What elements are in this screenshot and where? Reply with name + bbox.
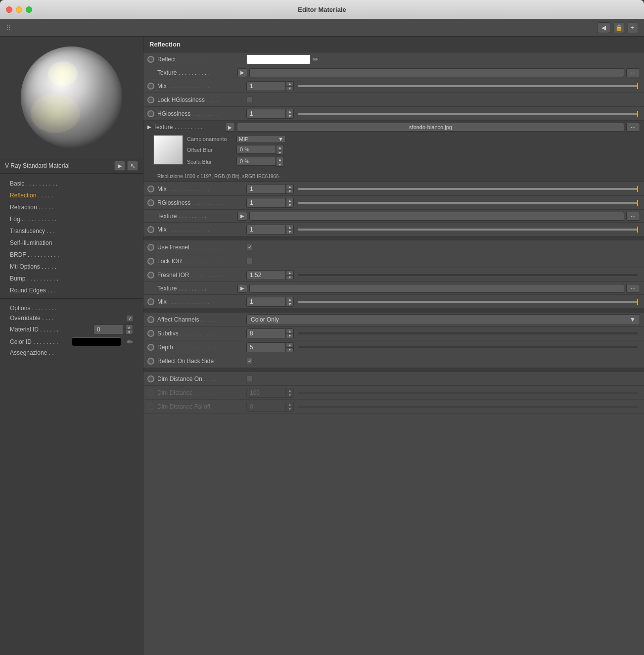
fresnel-texture-arrow[interactable]: ▶ — [237, 284, 247, 293]
rglossiness-texture-arrow[interactable]: ▶ — [237, 212, 247, 221]
sidebar-item-mtl-options[interactable]: Mtl Options . . . . . — [0, 261, 143, 273]
mix3-up[interactable]: ▲ — [286, 225, 294, 230]
material-cursor-btn[interactable]: ↖ — [127, 161, 138, 171]
reflect-on-back-side-checkbox[interactable] — [246, 358, 253, 364]
scala-blur-value[interactable]: 0 % — [236, 157, 276, 166]
hglossiness-texture-arrow-btn[interactable]: ▶ — [225, 123, 235, 132]
minimize-button[interactable] — [16, 6, 22, 13]
depth-down[interactable]: ▼ — [286, 347, 294, 352]
scala-blur-down[interactable]: ▼ — [276, 162, 284, 167]
material-name-bar: V-Ray Standard Material ▶ ↖ — [0, 158, 143, 174]
sidebar-item-brdf[interactable]: BRDF . . . . . . . . . . — [0, 249, 143, 261]
mix4-value[interactable]: 1 — [246, 297, 286, 307]
lock-ior-checkbox[interactable] — [246, 258, 253, 264]
material-nav-arrow[interactable]: ▶ — [114, 161, 125, 171]
depth-value[interactable]: 5 — [246, 342, 286, 352]
dim-distance-falloff-radio[interactable] — [147, 403, 154, 410]
sidebar-item-translucency[interactable]: Translucency . . . — [0, 225, 143, 237]
lock-hglossiness-radio[interactable] — [147, 96, 154, 103]
hglossiness-radio[interactable] — [147, 110, 154, 117]
reflect-texture-arrow[interactable]: ▶ — [237, 68, 247, 77]
sidebar-item-fog[interactable]: Fog . . . . . . . . . . . — [0, 213, 143, 225]
depth-up[interactable]: ▲ — [286, 342, 294, 347]
back-button[interactable]: ◀ — [597, 22, 610, 33]
fresnel-ior-value[interactable]: 1.52 — [246, 270, 286, 280]
rglossiness-radio[interactable] — [147, 199, 154, 206]
hglossiness-down[interactable]: ▼ — [286, 114, 294, 119]
campionamento-label: Campionamento — [187, 136, 236, 142]
subdivs-radio[interactable] — [147, 330, 154, 337]
offset-blur-up[interactable]: ▲ — [276, 145, 284, 150]
sidebar-item-refraction[interactable]: Refraction . . . . . — [0, 201, 143, 213]
overridable-checkbox[interactable] — [127, 315, 133, 322]
reflect-mix-value[interactable]: 1 — [246, 81, 286, 91]
fresnel-ior-radio[interactable] — [147, 272, 154, 279]
reflect-on-back-side-radio[interactable] — [147, 358, 154, 365]
mix4-down[interactable]: ▼ — [286, 302, 294, 307]
dim-distance-control: 100 ▲ ▼ — [246, 388, 640, 398]
dim-distance-on-radio[interactable] — [147, 375, 154, 382]
use-fresnel-checkbox[interactable] — [246, 244, 253, 250]
mix4-radio[interactable] — [147, 298, 154, 305]
hglossiness-up[interactable]: ▲ — [286, 109, 294, 114]
material-id-down[interactable]: ▼ — [125, 329, 133, 334]
sidebar-item-basic[interactable]: Basic . . . . . . . . . . — [0, 178, 143, 189]
hglossiness-texture-dots-btn[interactable]: ··· — [626, 123, 640, 132]
mix3-value[interactable]: 1 — [246, 225, 286, 234]
material-id-spinner[interactable]: ▲ ▼ — [125, 325, 133, 334]
mix2-down[interactable]: ▼ — [286, 189, 294, 194]
reflect-color-swatch[interactable] — [246, 54, 311, 64]
subdivs-down[interactable]: ▼ — [286, 333, 294, 338]
material-id-value[interactable]: 0 — [93, 325, 123, 334]
rglossiness-texture-dots[interactable]: ··· — [626, 212, 640, 221]
subdivs-value[interactable]: 8 — [246, 328, 286, 338]
mix3-radio[interactable] — [147, 226, 154, 233]
scala-blur-up[interactable]: ▲ — [276, 157, 284, 162]
color-id-picker[interactable]: ✏ — [127, 338, 133, 346]
lock-hglossiness-checkbox[interactable] — [246, 96, 253, 103]
fresnel-texture-dots[interactable]: ··· — [626, 284, 640, 293]
hglossiness-value[interactable]: 1 — [246, 109, 286, 119]
mix3-down[interactable]: ▼ — [286, 230, 294, 234]
mix2-value[interactable]: 1 — [246, 184, 286, 194]
reflect-mix-up[interactable]: ▲ — [286, 81, 294, 86]
fresnel-ior-up[interactable]: ▲ — [286, 270, 294, 275]
reflect-texture-dots[interactable]: ··· — [626, 68, 640, 77]
fresnel-ior-down[interactable]: ▼ — [286, 275, 294, 280]
subdivs-up[interactable]: ▲ — [286, 328, 294, 333]
mix2-radio[interactable] — [147, 186, 154, 192]
dim-distance-on-checkbox[interactable] — [246, 375, 253, 382]
maximize-button[interactable] — [26, 6, 32, 13]
sidebar-item-self-illumination[interactable]: Self-Illumination — [0, 237, 143, 249]
reflect-radio[interactable] — [147, 56, 154, 63]
rglossiness-value[interactable]: 1 — [246, 198, 286, 208]
depth-radio[interactable] — [147, 344, 154, 351]
offset-blur-down[interactable]: ▼ — [276, 150, 284, 155]
hglossiness-texture-filename[interactable]: sfondo-bianco.jpg — [237, 123, 624, 132]
material-id-up[interactable]: ▲ — [125, 325, 133, 329]
plus-icon[interactable]: + — [627, 22, 638, 33]
rglossiness-down[interactable]: ▼ — [286, 203, 294, 208]
close-button[interactable] — [6, 6, 12, 13]
lock-icon[interactable]: 🔒 — [613, 22, 624, 33]
campionamento-dropdown[interactable]: MIP ▼ — [236, 135, 286, 143]
lock-ior-radio[interactable] — [147, 258, 154, 265]
reflect-picker-btn[interactable]: ✏ — [313, 55, 319, 63]
reflect-mix-down[interactable]: ▼ — [286, 86, 294, 91]
hglossiness-expand-arrow[interactable]: ▶ — [147, 124, 151, 130]
dim-distance-radio[interactable] — [147, 389, 154, 396]
mix2-up[interactable]: ▲ — [286, 184, 294, 189]
reflect-mix-radio[interactable] — [147, 83, 154, 90]
affect-channels-radio[interactable] — [147, 316, 154, 323]
affect-channels-dropdown[interactable]: Color Only ▼ — [246, 314, 640, 325]
sidebar-item-reflection[interactable]: Reflection . . . . . — [0, 189, 143, 201]
offset-blur-value[interactable]: 0 % — [236, 145, 276, 154]
rglossiness-up[interactable]: ▲ — [286, 198, 294, 203]
sidebar-item-round-edges[interactable]: Round Edges . . . — [0, 284, 143, 296]
color-id-swatch[interactable] — [72, 337, 121, 346]
mix4-up[interactable]: ▲ — [286, 297, 294, 302]
use-fresnel-radio[interactable] — [147, 244, 154, 251]
material-id-row: Material ID . . . . . . 0 ▲ ▼ — [10, 325, 133, 334]
sidebar-item-bump[interactable]: Bump . . . . . . . . . . — [0, 273, 143, 284]
mix2-track — [298, 188, 638, 190]
